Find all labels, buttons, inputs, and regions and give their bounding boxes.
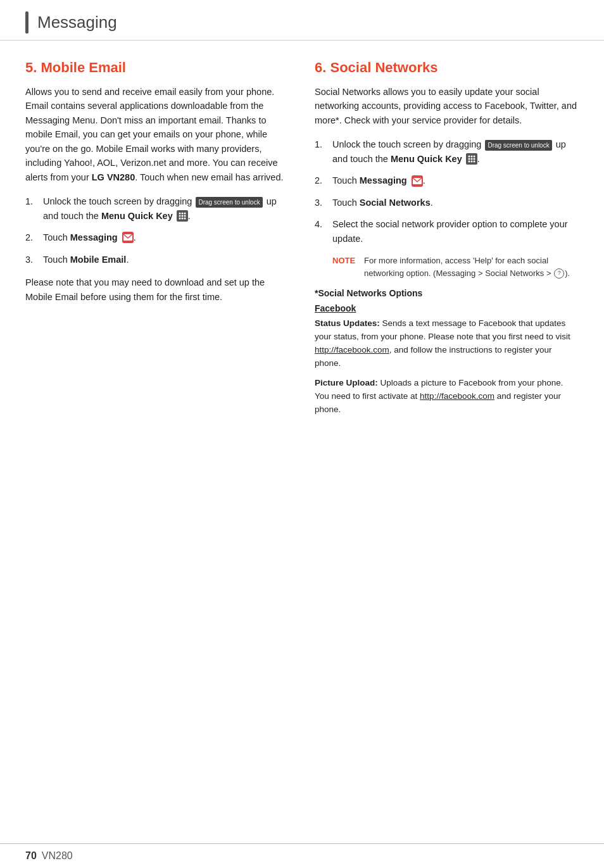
svg-point-2 (181, 212, 183, 214)
facebook-url-1: http://facebook.com (315, 345, 389, 355)
svg-point-20 (470, 161, 472, 163)
svg-point-16 (468, 158, 470, 160)
step-1: 1. Unlock the touch screen by dragging D… (25, 194, 289, 223)
social-networks-steps: 1. Unlock the touch screen by dragging D… (315, 137, 579, 246)
sn-step-2-body: Touch Messaging . (332, 173, 579, 187)
footer-page-number: 70 (25, 850, 37, 862)
sn-step-num-1: 1. (315, 137, 332, 166)
svg-point-8 (181, 217, 183, 219)
svg-point-17 (470, 158, 472, 160)
step-num-1: 1. (25, 194, 43, 223)
svg-point-5 (181, 215, 183, 217)
drag-badge-2: Drag screen to unlock (485, 140, 551, 151)
step-1-body: Unlock the touch screen by dragging Drag… (43, 194, 289, 223)
svg-point-18 (473, 158, 475, 160)
social-networks-label: Social Networks (360, 198, 431, 208)
svg-point-3 (184, 212, 186, 214)
sn-step-4: 4. Select the social network provider op… (315, 217, 579, 246)
step-3-body: Touch Mobile Email. (43, 253, 289, 267)
messaging-icon-2 (412, 175, 423, 187)
facebook-picture-upload: Picture Upload: Uploads a picture to Fac… (315, 377, 579, 417)
content-area: 5. Mobile Email Allows you to send and r… (0, 41, 604, 448)
left-column: 5. Mobile Email Allows you to send and r… (25, 60, 289, 423)
step-3: 3. Touch Mobile Email. (25, 253, 289, 267)
facebook-heading: Facebook (315, 303, 579, 313)
menu-key-icon-1 (177, 210, 188, 222)
svg-point-15 (473, 156, 475, 158)
svg-point-7 (179, 217, 180, 219)
mobile-email-label: Mobile Email (70, 255, 127, 265)
svg-point-13 (468, 156, 470, 158)
mobile-email-footer-note: Please note that you may need to downloa… (25, 275, 289, 304)
section-title-social-networks: 6. Social Networks (315, 60, 579, 76)
mobile-email-intro: Allows you to send and receive email eas… (25, 85, 289, 184)
step-num-3: 3. (25, 253, 43, 267)
sn-step-3-body: Touch Social Networks. (332, 196, 579, 210)
facebook-status-updates: Status Updates: Sends a text message to … (315, 317, 579, 370)
svg-point-4 (179, 215, 180, 217)
brand-name: LG VN280 (92, 172, 135, 182)
svg-point-1 (179, 212, 180, 214)
status-updates-label: Status Updates: (315, 318, 380, 328)
menu-quick-key-label-2: Menu Quick Key (391, 154, 462, 164)
menu-key-icon-2 (466, 153, 477, 165)
social-networks-intro: Social Networks allows you to easily upd… (315, 85, 579, 127)
drag-badge-1: Drag screen to unlock (196, 197, 262, 208)
svg-point-6 (184, 215, 186, 217)
step-num-2: 2. (25, 230, 43, 244)
sn-step-3: 3. Touch Social Networks. (315, 196, 579, 210)
sn-step-1-body: Unlock the touch screen by dragging Drag… (332, 137, 579, 166)
svg-point-9 (184, 217, 186, 219)
header: Messaging (0, 0, 604, 41)
sn-step-num-4: 4. (315, 217, 332, 246)
sn-step-num-2: 2. (315, 173, 332, 187)
note-block: NOTE For more information, access 'Help'… (332, 255, 579, 279)
messaging-icon-1 (122, 232, 134, 243)
footer: 70 VN280 (0, 843, 604, 868)
note-label: NOTE (332, 255, 364, 279)
section-title-mobile-email: 5. Mobile Email (25, 60, 289, 76)
footer-model: VN280 (42, 850, 73, 862)
sn-step-num-3: 3. (315, 196, 332, 210)
sn-step-2: 2. Touch Messaging . (315, 173, 579, 187)
menu-quick-key-label-1: Menu Quick Key (101, 211, 173, 221)
sn-step-4-body: Select the social network provider optio… (332, 217, 579, 246)
picture-upload-label: Picture Upload: (315, 378, 378, 387)
social-networks-options-heading: *Social Networks Options (315, 288, 579, 298)
step-2-body: Touch Messaging . (43, 230, 289, 244)
header-accent (25, 11, 28, 34)
messaging-label-1: Messaging (70, 232, 118, 242)
step-2: 2. Touch Messaging . (25, 230, 289, 244)
facebook-url-2: http://facebook.com (420, 391, 494, 401)
note-text: For more information, access 'Help' for … (364, 255, 579, 279)
right-column: 6. Social Networks Social Networks allow… (315, 60, 579, 423)
svg-point-14 (470, 156, 472, 158)
page: Messaging 5. Mobile Email Allows you to … (0, 0, 604, 868)
svg-point-19 (468, 161, 470, 163)
svg-point-21 (473, 161, 475, 163)
page-title: Messaging (37, 11, 117, 34)
mobile-email-steps: 1. Unlock the touch screen by dragging D… (25, 194, 289, 267)
help-icon: ? (554, 268, 564, 279)
messaging-label-2: Messaging (360, 175, 407, 186)
sn-step-1: 1. Unlock the touch screen by dragging D… (315, 137, 579, 166)
